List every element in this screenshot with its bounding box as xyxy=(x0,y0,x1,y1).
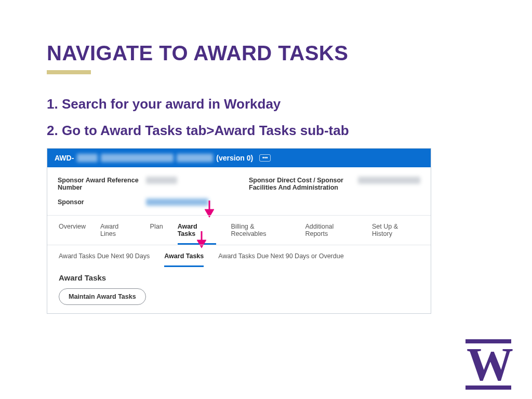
step-2: 2. Go to Award Tasks tab>Award Tasks sub… xyxy=(47,122,485,140)
field-label-sponsor-ref: Sponsor Award Reference Number xyxy=(58,177,146,191)
primary-tab-row: Overview Award Lines Plan Award Tasks Bi… xyxy=(47,215,431,245)
tab-award-lines[interactable]: Award Lines xyxy=(100,223,136,240)
tab-award-tasks[interactable]: Award Tasks xyxy=(178,223,217,240)
redacted-link[interactable]: x xyxy=(146,198,208,206)
tab-setup-history[interactable]: Set Up & History xyxy=(372,223,419,240)
tab-additional-reports[interactable]: Additional Reports xyxy=(305,223,357,240)
redacted-value: x xyxy=(358,177,420,184)
subtab-due-90-overdue[interactable]: Award Tasks Due Next 90 Days or Overdue xyxy=(218,252,343,262)
uw-logo: W xyxy=(466,339,511,390)
section-title-award-tasks: Award Tasks xyxy=(59,273,419,282)
maintain-award-tasks-button[interactable]: Maintain Award Tasks xyxy=(59,288,146,305)
subtab-due-90-days[interactable]: Award Tasks Due Next 90 Days xyxy=(59,252,150,262)
redacted-text: xxxxxxxxxxxx xyxy=(101,154,174,162)
title-underline xyxy=(47,70,91,74)
award-version-label: (version 0) xyxy=(216,154,253,162)
step-1: 1. Search for your award in Workday xyxy=(47,95,485,113)
slide-title: NAVIGATE TO AWARD TASKS xyxy=(47,42,485,65)
secondary-tab-row: Award Tasks Due Next 90 Days Award Tasks… xyxy=(47,245,431,267)
workday-screenshot: AWD- xxxx xxxxxxxxxxxx xxxxxx (version 0… xyxy=(47,148,431,314)
tab-billing-receivables[interactable]: Billing & Receivables xyxy=(231,223,290,240)
field-label-direct-cost: Sponsor Direct Cost / Sponsor Facilities… xyxy=(249,177,358,191)
redacted-value: x xyxy=(146,177,177,184)
subtab-award-tasks[interactable]: Award Tasks xyxy=(164,252,204,262)
award-header-bar: AWD- xxxx xxxxxxxxxxxx xxxxxx (version 0… xyxy=(47,149,431,167)
award-id-prefix: AWD- xyxy=(55,154,74,162)
redacted-text: xxxxxx xyxy=(177,154,213,162)
redacted-text: xxxx xyxy=(77,154,98,162)
field-label-sponsor: Sponsor xyxy=(58,198,146,206)
more-actions-icon[interactable]: ••• xyxy=(259,154,271,162)
tab-overview[interactable]: Overview xyxy=(59,223,86,240)
tab-plan[interactable]: Plan xyxy=(150,223,163,240)
